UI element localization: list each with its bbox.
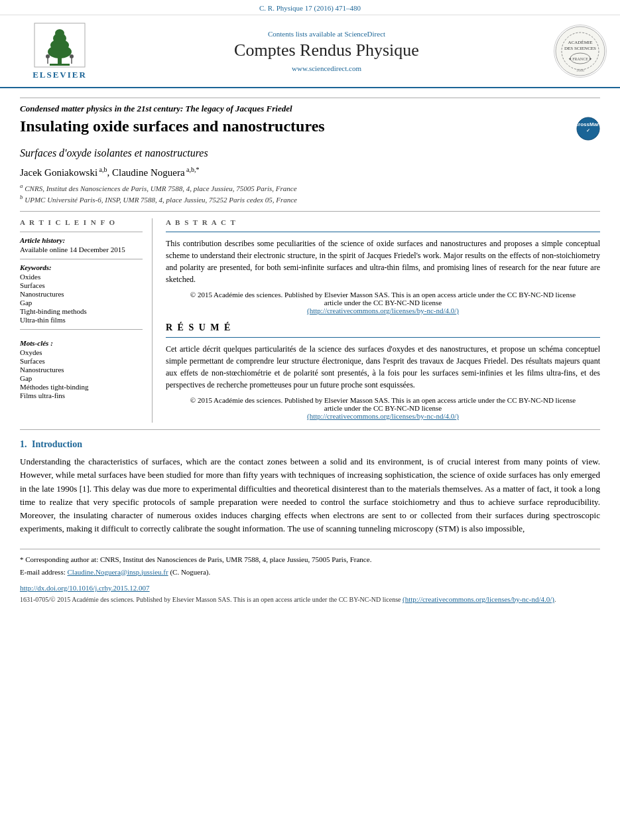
journal-name: Comptes Rendus Physique [106,40,547,60]
svg-rect-1 [50,64,70,66]
footer-license-link[interactable]: (http://creativecommons.org/licenses/by-… [403,595,554,603]
keywords-list: Oxides Surfaces Nanostructures Gap Tight… [20,273,143,324]
academy-logo: ACADÉMIE DES SCIENCES ✦ FRANCE ✦ 1666 [554,25,607,78]
svg-text:DES SCIENCES: DES SCIENCES [564,46,596,51]
doi-line: http://dx.doi.org/10.1016/j.crhy.2015.12… [20,584,600,592]
authors-line: Jacek Goniakowski a,b, Claudine Noguera … [20,166,600,178]
motcle-6: Films ultra-fins [20,391,143,399]
academy-emblem-icon: ACADÉMIE DES SCIENCES ✦ FRANCE ✦ 1666 [554,25,606,77]
academy-logo-area: ACADÉMIE DES SCIENCES ✦ FRANCE ✦ 1666 [547,25,607,78]
article-title: Insulating oxide surfaces and nanostruct… [20,117,560,136]
section-1-text: Understanding the characteristics of sur… [20,455,600,535]
email-note: E-mail address: Claudine.Noguera@insp.ju… [20,567,600,577]
article-content: Condensed matter physics in the 21st cen… [0,88,620,611]
article-info-column: A R T I C L E I N F O Article history: A… [20,218,153,423]
crossmark-icon: CrossMark ✓ [576,117,600,141]
corresponding-author-note: * Corresponding author at: CNRS, Institu… [20,555,600,565]
citation-text: C. R. Physique 17 (2016) 471–480 [259,4,361,12]
abstract-title: A B S T R A C T [166,218,600,226]
abstract-divider [166,232,600,232]
article-history: Article history: Available online 14 Dec… [20,232,143,253]
motcle-4: Gap [20,374,143,382]
svg-point-5 [55,29,64,37]
history-label: Article history: [20,236,143,244]
copyright-footer: 1631-0705/© 2015 Académie des sciences. … [20,595,600,604]
motscles-list: Oxydes Surfaces Nanostructures Gap Métho… [20,348,143,399]
resume-open-access: © 2015 Académie des sciences. Published … [166,396,600,420]
keywords-label: Keywords: [20,263,143,271]
author-2-name: Claudine Noguera [112,167,185,178]
resume-text: Cet article décrit quelques particularit… [166,343,600,391]
journal-url: www.sciencedirect.com [106,64,547,72]
motscles-section: Mots-clés : Oxydes Surfaces Nanostructur… [20,329,143,399]
footnote-area: * Corresponding author at: CNRS, Institu… [20,549,600,577]
affiliations: a CNRS, Institut des Nanosciences de Par… [20,182,600,212]
two-column-section: A R T I C L E I N F O Article history: A… [20,218,600,430]
motcle-5: Méthodes tight-binding [20,383,143,391]
author-1-name: Jacek Goniakowski [20,167,97,178]
svg-point-6 [46,54,50,58]
keyword-4: Gap [20,299,143,307]
author-2-sup: a,b,* [185,166,200,173]
motcle-1: Oxydes [20,348,143,356]
affiliation-2: b UPMC Université Paris-6, INSP, UMR 758… [20,194,600,204]
article-title-row: Insulating oxide surfaces and nanostruct… [20,117,600,143]
crossmark-area: CrossMark ✓ [567,117,600,143]
keyword-2: Surfaces [20,281,143,289]
keyword-6: Ultra-thin films [20,316,143,324]
elsevier-tree-icon [33,22,86,68]
svg-text:CrossMark: CrossMark [576,121,600,127]
elsevier-logo-area: ELSEVIER [13,22,106,80]
article-title-french: Surfaces d'oxyde isolantes et nanostruct… [20,147,600,159]
series-title: Condensed matter physics in the 21st cen… [20,98,600,114]
abstract-column: A B S T R A C T This contribution descri… [166,218,600,423]
author-1-sup: a,b [97,166,107,173]
journal-title-area: Contents lists available at ScienceDirec… [106,30,547,72]
motcle-2: Surfaces [20,357,143,365]
article-info-title: A R T I C L E I N F O [20,218,143,226]
keyword-1: Oxides [20,273,143,281]
abstract-license-link[interactable]: (http://creativecommons.org/licenses/by-… [307,307,459,315]
svg-text:1666: 1666 [576,68,584,72]
keyword-3: Nanostructures [20,290,143,298]
svg-text:✓: ✓ [586,128,590,133]
abstract-text: This contribution describes some peculia… [166,238,600,285]
svg-point-8 [70,54,74,58]
citation-bar: C. R. Physique 17 (2016) 471–480 [0,0,620,15]
sciencedirect-label: Contents lists available at ScienceDirec… [106,30,547,38]
resume-license-link[interactable]: (http://creativecommons.org/licenses/by-… [307,412,459,420]
section-1-header: 1. Introduction [20,439,600,450]
journal-header: ELSEVIER Contents lists available at Sci… [0,15,620,88]
author-email-link[interactable]: Claudine.Noguera@insp.jussieu.fr [67,568,168,576]
elsevier-wordmark: ELSEVIER [32,70,87,80]
svg-text:ACADÉMIE: ACADÉMIE [568,40,593,45]
abstract-open-access: © 2015 Académie des sciences. Published … [166,291,600,315]
affiliation-1: a CNRS, Institut des Nanosciences de Par… [20,182,600,192]
resume-title: R É S U M É [166,322,600,333]
doi-link[interactable]: http://dx.doi.org/10.1016/j.crhy.2015.12… [20,584,150,592]
resume-divider [166,337,600,338]
svg-text:✦ FRANCE ✦: ✦ FRANCE ✦ [568,57,593,61]
available-online: Available online 14 December 2015 [20,245,143,253]
motcle-3: Nanostructures [20,366,143,374]
motscles-label: Mots-clés : [20,339,143,347]
keywords-section: Keywords: Oxides Surfaces Nanostructures… [20,259,143,324]
keyword-5: Tight-binding methods [20,307,143,315]
